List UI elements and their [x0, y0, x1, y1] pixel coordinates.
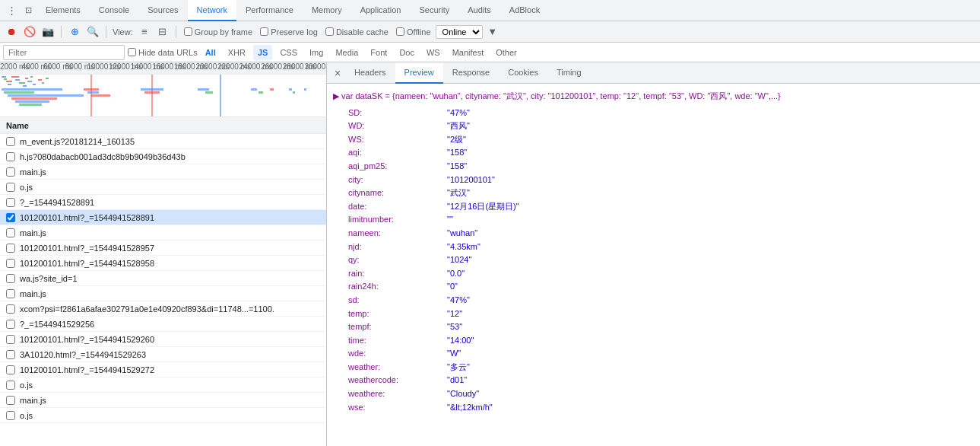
file-list-item[interactable]: o.js — [0, 378, 326, 393]
file-list-item[interactable]: ?_=1544941529256 — [0, 317, 326, 332]
clear-icon[interactable]: 🚫 — [21, 24, 38, 40]
file-list-item[interactable]: o.js — [0, 408, 326, 423]
top-tab-elements[interactable]: Elements — [36, 0, 90, 21]
file-list-item[interactable]: 101200101.html?_=1544941529260 — [0, 332, 326, 347]
hide-data-urls-label[interactable]: Hide data URLs — [128, 48, 198, 57]
disable-cache-label[interactable]: Disable cache — [325, 27, 389, 37]
file-item-checkbox[interactable] — [6, 198, 15, 207]
camera-icon[interactable]: 📷 — [40, 24, 56, 40]
file-list-item[interactable]: main.js — [0, 286, 326, 301]
devtools-dock-icon[interactable]: ⊡ — [20, 2, 36, 19]
filter-font-btn[interactable]: Font — [366, 45, 392, 60]
detail-tab-timing[interactable]: Timing — [547, 62, 591, 84]
file-list-item[interactable]: h.js?080dabacb001ad3dc8b9b9049b36d43b — [0, 149, 326, 164]
hide-data-urls-checkbox[interactable] — [128, 48, 136, 56]
preview-row-val: "wuhan" — [447, 227, 477, 241]
devtools-menu-icon[interactable]: ⋮ — [3, 2, 20, 19]
file-item-name: m_event.js?20181214_160135 — [20, 137, 135, 146]
filter-bar: Hide data URLs All XHR JS CSS Img Media … — [0, 43, 980, 62]
preserve-log-label[interactable]: Preserve log — [260, 27, 318, 37]
search-icon[interactable]: 🔍 — [84, 24, 101, 40]
group-by-frame-group: Group by frame — [184, 27, 252, 37]
top-tab-memory[interactable]: Memory — [303, 0, 351, 21]
file-item-checkbox[interactable] — [6, 381, 15, 390]
filter-doc-btn[interactable]: Doc — [395, 45, 419, 60]
file-list-item[interactable]: main.js — [0, 225, 326, 241]
filter-ws-btn[interactable]: WS — [422, 45, 445, 60]
preserve-log-checkbox[interactable] — [260, 27, 268, 36]
top-tab-network[interactable]: Network — [188, 0, 236, 21]
file-item-checkbox[interactable] — [6, 183, 15, 192]
filter-img-btn[interactable]: Img — [305, 45, 328, 60]
file-list-item[interactable]: 3A10120.html?_=1544941529263 — [0, 347, 326, 362]
group-by-frame-checkbox[interactable] — [184, 27, 192, 36]
list-view-icon[interactable]: ≡ — [136, 24, 153, 40]
file-item-checkbox[interactable] — [6, 259, 15, 268]
filter-js-btn[interactable]: JS — [253, 45, 272, 60]
preview-row-val: "0" — [447, 280, 458, 294]
filter-all-btn[interactable]: All — [201, 45, 220, 60]
file-list-item[interactable]: main.js — [0, 164, 326, 180]
filter-xhr-btn[interactable]: XHR — [224, 45, 250, 60]
file-item-checkbox[interactable] — [6, 335, 15, 344]
file-item-checkbox[interactable] — [6, 228, 15, 237]
file-list-item[interactable]: o.js — [0, 180, 326, 195]
preview-row-key: qy: — [348, 253, 447, 267]
file-list[interactable]: m_event.js?20181214_160135h.js?080dabacb… — [0, 134, 326, 446]
offline-label[interactable]: Offline — [396, 27, 431, 37]
file-list-item[interactable]: m_event.js?20181214_160135 — [0, 134, 326, 149]
filter-css-btn[interactable]: CSS — [275, 45, 302, 60]
file-item-checkbox[interactable] — [6, 396, 15, 405]
detail-tab-response[interactable]: Response — [443, 62, 500, 84]
file-item-checkbox[interactable] — [6, 350, 15, 359]
svg-rect-7 — [23, 85, 27, 87]
disable-cache-checkbox[interactable] — [325, 27, 334, 36]
file-item-name: 101200101.html?_=1544941529272 — [20, 365, 154, 374]
top-tab-adblock[interactable]: AdBlock — [500, 0, 549, 21]
close-panel-button[interactable]: × — [330, 65, 345, 81]
file-list-item[interactable]: main.js — [0, 393, 326, 408]
top-tab-sources[interactable]: Sources — [138, 0, 187, 21]
file-item-checkbox[interactable] — [6, 289, 15, 298]
file-list-item[interactable]: 101200101.html?_=1544941528957 — [0, 241, 326, 256]
filter-icon[interactable]: ⊕ — [66, 24, 83, 40]
throttle-dropdown-icon[interactable]: ▼ — [484, 24, 501, 40]
filter-media-btn[interactable]: Media — [331, 45, 363, 60]
file-list-item[interactable]: xcom?psi=f2861a6afae302791a0e1e40920cf89… — [0, 301, 326, 317]
file-item-checkbox[interactable] — [6, 244, 15, 253]
filter-other-btn[interactable]: Other — [491, 45, 522, 60]
throttle-select[interactable]: Online — [436, 25, 483, 39]
file-item-checkbox[interactable] — [6, 411, 15, 420]
large-rows-icon[interactable]: ⊟ — [154, 24, 171, 40]
filter-input[interactable] — [3, 45, 125, 60]
file-item-checkbox[interactable] — [6, 167, 15, 177]
file-item-checkbox[interactable] — [6, 137, 15, 146]
file-item-checkbox[interactable] — [6, 304, 15, 314]
file-item-checkbox[interactable] — [6, 274, 15, 283]
file-item-checkbox[interactable] — [6, 320, 15, 329]
top-tab-application[interactable]: Application — [351, 0, 411, 21]
preview-content[interactable]: ▶ var dataSK = {nameen: "wuhan", citynam… — [327, 84, 980, 446]
filter-manifest-btn[interactable]: Manifest — [448, 45, 489, 60]
file-list-item[interactable]: 101200101.html?_=1544941528958 — [0, 256, 326, 271]
offline-checkbox[interactable] — [396, 27, 404, 36]
svg-rect-14 — [46, 78, 49, 79]
file-list-item[interactable]: ?_=1544941528891 — [0, 195, 326, 210]
top-tab-security[interactable]: Security — [410, 0, 458, 21]
record-icon[interactable]: ⏺ — [3, 24, 20, 40]
file-item-checkbox[interactable] — [6, 365, 15, 374]
group-by-frame-label[interactable]: Group by frame — [184, 27, 252, 37]
file-list-item[interactable]: 101200101.html?_=1544941529272 — [0, 362, 326, 378]
preview-row: nameen: "wuhan" — [333, 227, 974, 241]
detail-tab-preview[interactable]: Preview — [395, 62, 443, 84]
file-list-item[interactable]: wa.js?site_id=1 — [0, 271, 326, 286]
file-list-item[interactable]: 101200101.html?_=1544941528891 — [0, 210, 326, 225]
detail-tab-cookies[interactable]: Cookies — [499, 62, 547, 84]
file-item-checkbox[interactable] — [6, 152, 15, 161]
top-tab-audits[interactable]: Audits — [458, 0, 500, 21]
file-item-checkbox[interactable] — [6, 213, 15, 222]
top-tab-console[interactable]: Console — [90, 0, 138, 21]
top-tab-performance[interactable]: Performance — [236, 0, 303, 21]
svg-rect-23 — [19, 104, 42, 106]
detail-tab-headers[interactable]: Headers — [345, 62, 395, 84]
